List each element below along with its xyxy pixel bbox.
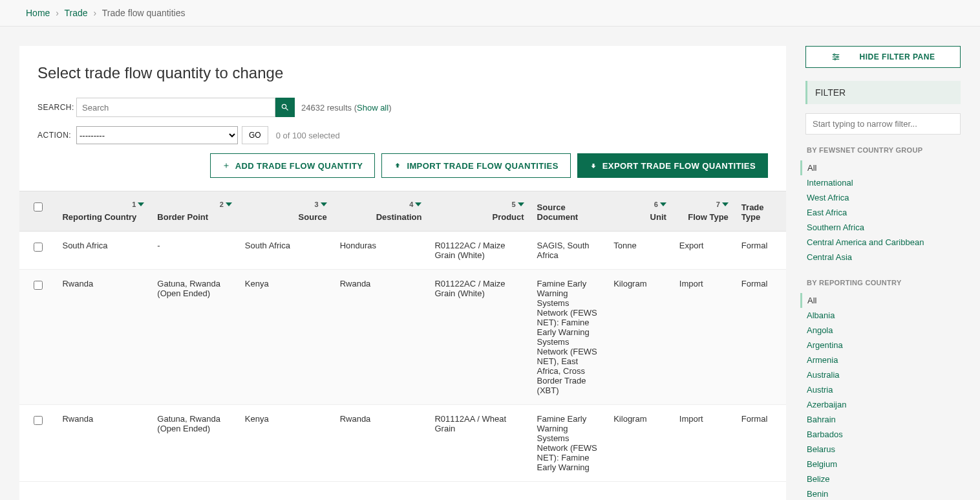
col-reporting-country[interactable]: Reporting Country — [62, 212, 136, 222]
filter-option[interactable]: Belarus — [805, 442, 961, 457]
filter-option[interactable]: Argentina — [805, 338, 961, 353]
cell-border-point: Gatuna, Rwanda (Open Ended) — [151, 270, 239, 405]
filter-option[interactable]: International — [805, 175, 961, 190]
cell-source-document: SAGIS, South Africa — [531, 232, 608, 270]
filter-option[interactable]: West Africa — [805, 190, 961, 205]
filter-option[interactable]: All — [800, 160, 961, 175]
results-count: 24632 results (Show all) — [301, 103, 391, 113]
cell-destination: Rwanda — [334, 270, 429, 405]
search-button[interactable] — [275, 98, 295, 117]
filter-option[interactable]: Austria — [805, 382, 961, 397]
filter-group-title-country-group: BY FEWSNET COUNTRY GROUP — [807, 146, 961, 154]
sort-handle-7[interactable]: 7 — [716, 201, 729, 208]
cell-unit: Tonne — [607, 232, 673, 270]
row-checkbox[interactable] — [34, 243, 43, 252]
filter-option[interactable]: Central Asia — [805, 250, 961, 265]
row-checkbox[interactable] — [34, 281, 43, 290]
col-source[interactable]: Source — [299, 212, 327, 222]
col-source-document[interactable]: Source Document — [537, 202, 601, 222]
col-product[interactable]: Product — [492, 212, 524, 222]
filter-option[interactable]: Southern Africa — [805, 220, 961, 235]
filter-option[interactable]: All — [800, 293, 961, 308]
filter-option[interactable]: Albania — [805, 308, 961, 323]
filter-option[interactable]: Armenia — [805, 353, 961, 367]
table-row: South Africa-South AfricaHondurasR01122A… — [19, 232, 786, 270]
table-row: RwandaGatuna, Rwanda (Open Ended)KenyaRw… — [19, 270, 786, 405]
caret-down-icon — [660, 202, 666, 206]
show-all-link[interactable]: Show all — [357, 103, 389, 113]
breadcrumb-sep: › — [94, 8, 97, 18]
sort-handle-2[interactable]: 2 — [220, 201, 232, 208]
export-trade-flow-button[interactable]: EXPORT TRADE FLOW QUANTITIES — [577, 153, 768, 178]
cell-product: R01112AA / Wheat Grain — [428, 405, 530, 482]
main-panel: Select trade flow quantity to change SEA… — [19, 46, 786, 500]
caret-down-icon — [722, 202, 729, 206]
sort-handle-3[interactable]: 3 — [315, 201, 327, 208]
cell-flow-type: Import — [673, 270, 735, 405]
cell-border-point: Gatuna, Rwanda (Open Ended) — [151, 405, 239, 482]
svg-point-4 — [836, 56, 838, 58]
filter-search-input[interactable] — [805, 113, 961, 135]
filter-option[interactable]: Benin — [805, 486, 961, 500]
arrow-down-icon — [590, 162, 597, 169]
table-row: RwandaGatuna, Rwanda (Open Ended)KenyaRw… — [19, 405, 786, 482]
col-destination[interactable]: Destination — [376, 212, 422, 222]
add-trade-flow-button[interactable]: ADD TRADE FLOW QUANTITY — [210, 153, 376, 178]
go-button[interactable]: GO — [242, 126, 268, 144]
breadcrumb-sep: › — [56, 8, 59, 18]
sort-handle-6[interactable]: 6 — [654, 201, 666, 208]
filter-option[interactable]: Bahrain — [805, 412, 961, 427]
filter-option[interactable]: Central America and Caribbean — [805, 235, 961, 250]
svg-point-5 — [834, 58, 835, 60]
cell-reporting-country: South Africa — [56, 232, 151, 270]
cell-source-document: Famine Early Warning Systems Network (FE… — [531, 270, 608, 405]
breadcrumb-trade[interactable]: Trade — [65, 8, 88, 18]
caret-down-icon — [518, 202, 524, 206]
cell-source-document: Famine Early Warning Systems Network (FE… — [531, 405, 608, 482]
page-title: Select trade flow quantity to change — [37, 64, 768, 82]
cell-destination: Honduras — [334, 232, 429, 270]
cell-reporting-country: Rwanda — [56, 405, 151, 482]
filter-option[interactable]: Azerbaijan — [805, 397, 961, 412]
cell-destination: Rwanda — [334, 405, 429, 482]
filter-option[interactable]: Angola — [805, 323, 961, 338]
caret-down-icon — [321, 202, 327, 206]
filter-option[interactable]: Belgium — [805, 457, 961, 472]
action-select[interactable]: --------- — [76, 126, 238, 144]
search-label: SEARCH: — [37, 103, 76, 112]
col-unit[interactable]: Unit — [650, 212, 666, 222]
sliders-icon — [831, 52, 840, 61]
import-trade-flow-button[interactable]: IMPORT TRADE FLOW QUANTITIES — [381, 153, 570, 178]
cell-reporting-country: Rwanda — [56, 270, 151, 405]
hide-filter-button[interactable]: HIDE FILTER PANE — [805, 46, 961, 68]
cell-trade-type: Formal — [735, 232, 786, 270]
filter-option[interactable]: Barbados — [805, 427, 961, 442]
sort-handle-5[interactable]: 5 — [511, 201, 524, 208]
selection-count: 0 of 100 selected — [276, 131, 340, 140]
caret-down-icon — [226, 202, 232, 206]
row-checkbox[interactable] — [34, 416, 43, 425]
col-trade-type[interactable]: Trade Type — [741, 202, 780, 222]
cell-source: South Africa — [239, 232, 334, 270]
svg-point-3 — [833, 54, 835, 55]
col-border-point[interactable]: Border Point — [157, 212, 208, 222]
breadcrumb-home[interactable]: Home — [26, 8, 50, 18]
filter-option[interactable]: Australia — [805, 367, 961, 382]
cell-flow-type: Import — [673, 405, 735, 482]
filter-option[interactable]: Belize — [805, 472, 961, 486]
filter-option[interactable]: East Africa — [805, 205, 961, 220]
filter-group-title-reporting-country: BY REPORTING COUNTRY — [807, 279, 961, 287]
col-flow-type[interactable]: Flow Type — [688, 212, 729, 222]
sort-handle-4[interactable]: 4 — [409, 201, 421, 208]
filter-heading: FILTER — [805, 81, 961, 104]
sort-handle-1[interactable]: 1 — [132, 201, 144, 208]
action-label: ACTION: — [37, 131, 76, 140]
arrow-up-icon — [394, 162, 401, 169]
select-all-checkbox[interactable] — [34, 202, 43, 212]
search-input[interactable] — [76, 98, 275, 117]
results-table: 1Reporting Country 2Border Point 3Source… — [19, 191, 786, 482]
cell-trade-type: Formal — [735, 405, 786, 482]
cell-unit: Kilogram — [607, 270, 673, 405]
cell-unit: Kilogram — [607, 405, 673, 482]
cell-trade-type: Formal — [735, 270, 786, 405]
